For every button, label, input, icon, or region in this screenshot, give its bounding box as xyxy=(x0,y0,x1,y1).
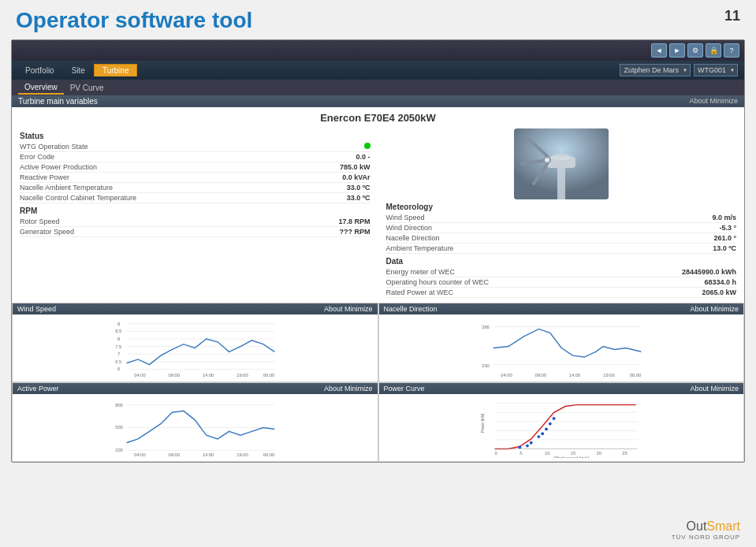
nacelle-direction-chart: Nacelle Direction About Minimize 266 230… xyxy=(378,303,745,382)
svg-point-61 xyxy=(545,428,548,431)
data-row-nacelle-temp: Nacelle Ambient Temperature 33.0 ºC xyxy=(20,183,371,193)
data-row-error: Error Code 0.0 - xyxy=(20,152,371,162)
turbine-data-columns: Status WTG Operation State Error Code 0.… xyxy=(20,128,736,298)
svg-text:6: 6 xyxy=(117,367,120,371)
svg-point-57 xyxy=(526,445,529,448)
forward-button[interactable]: ► xyxy=(669,43,685,58)
svg-text:00:00: 00:00 xyxy=(263,452,274,457)
nacelle-direction-title: Nacelle Direction xyxy=(384,305,438,313)
active-power-title: Active Power xyxy=(17,385,59,393)
status-dot xyxy=(364,143,371,149)
svg-text:0: 0 xyxy=(494,451,497,456)
turbine-left-col: Status WTG Operation State Error Code 0.… xyxy=(20,128,371,298)
active-power-chart-area: 800 500 200 04:00 09:00 14:00 19:00 00:0… xyxy=(13,394,378,461)
nacelle-direction-about[interactable]: About Minimize xyxy=(690,305,739,313)
section-title: Turbine main variables xyxy=(18,97,98,106)
svg-text:00:00: 00:00 xyxy=(629,373,640,378)
tuv-label: TÜV NORD GROUP xyxy=(672,534,740,541)
data-row-reactive: Reactive Power 0.0 kVAr xyxy=(20,173,371,183)
subnav-tab-overview[interactable]: Overview xyxy=(18,81,64,95)
svg-text:14:00: 14:00 xyxy=(568,373,579,378)
nav-tab-turbine[interactable]: Turbine xyxy=(94,64,138,76)
help-button[interactable]: ? xyxy=(724,43,739,58)
data-row-generator: Generator Speed ??? RPM xyxy=(20,227,371,237)
svg-text:20: 20 xyxy=(596,451,601,456)
svg-text:7.5: 7.5 xyxy=(115,344,121,349)
turbine-dropdown[interactable]: WTG001 xyxy=(694,64,738,76)
active-power-chart: Active Power About Minimize 800 500 200 … xyxy=(12,382,378,462)
svg-text:14:00: 14:00 xyxy=(203,373,214,378)
svg-text:14:00: 14:00 xyxy=(203,452,214,457)
svg-text:800: 800 xyxy=(115,403,123,407)
svg-text:00:00: 00:00 xyxy=(263,373,274,378)
data-row-wtg: WTG Operation State xyxy=(20,142,371,152)
power-curve-about[interactable]: About Minimize xyxy=(690,385,739,393)
svg-text:04:00: 04:00 xyxy=(134,373,145,378)
meteorology-section-title: Meteorology xyxy=(386,203,737,211)
svg-text:200: 200 xyxy=(115,448,123,452)
power-curve-chart-area: Power [kW] xyxy=(379,394,744,461)
software-window: ◄ ► ⚙ 🔒 ? Portfolio Site Turbine Zutphen… xyxy=(11,39,745,463)
data-row-rotor: Rotor Speed 17.8 RPM xyxy=(20,217,371,227)
data-row-active-power: Active Power Production 785.0 kW xyxy=(20,162,371,173)
svg-text:8: 8 xyxy=(117,337,120,341)
data-row-energy: Energy meter of WEC 28445990.0 kWh xyxy=(386,267,737,277)
nacelle-image xyxy=(514,128,609,199)
svg-text:6.5: 6.5 xyxy=(115,359,121,364)
power-curve-chart: Power Curve About Minimize Power [kW] xyxy=(378,382,745,462)
svg-text:09:00: 09:00 xyxy=(534,373,546,378)
svg-point-60 xyxy=(541,432,544,435)
svg-point-63 xyxy=(552,417,555,420)
data-row-rated-power: Rated Power at WEC 2065.0 kW xyxy=(386,288,737,298)
svg-text:5: 5 xyxy=(520,451,522,456)
nav-tab-portfolio[interactable]: Portfolio xyxy=(17,64,63,76)
turbine-panel: Enercon E70E4 2050kW Status WTG Operatio… xyxy=(12,107,744,303)
nacelle-direction-chart-header: Nacelle Direction About Minimize xyxy=(379,303,744,314)
wind-speed-chart: Wind Speed About Minimize 9 8.5 8 7.5 7 … xyxy=(12,303,378,382)
back-button[interactable]: ◄ xyxy=(651,43,667,58)
wind-speed-chart-area: 9 8.5 8 7.5 7 6.5 6 xyxy=(13,314,378,381)
sw-main: Turbine main variables About Minimize En… xyxy=(12,95,744,462)
data-row-op-hours: Operating hours counter of WEC 68334.0 h xyxy=(386,277,737,288)
svg-text:500: 500 xyxy=(115,425,123,430)
nacelle-direction-chart-area: 266 230 04:00 09:00 14:00 19:00 00:00 xyxy=(379,314,744,381)
active-power-chart-header: Active Power About Minimize xyxy=(13,383,378,394)
svg-text:19:00: 19:00 xyxy=(236,452,248,457)
lock-button[interactable]: 🔒 xyxy=(706,43,721,58)
wind-speed-about[interactable]: About Minimize xyxy=(324,305,373,313)
svg-point-56 xyxy=(518,446,521,449)
svg-text:9: 9 xyxy=(117,322,120,326)
sw-subnav: Overview PV Curve xyxy=(12,80,744,95)
svg-point-59 xyxy=(537,435,540,438)
sw-navbar: Portfolio Site Turbine Zutphen De Mars W… xyxy=(12,61,744,80)
nav-tab-site[interactable]: Site xyxy=(63,64,94,76)
svg-text:10: 10 xyxy=(545,451,549,456)
svg-text:19:00: 19:00 xyxy=(603,373,614,378)
data-row-wind-speed: Wind Speed 9.0 m/s xyxy=(386,213,737,223)
data-row-wind-dir: Wind Direction -5.3 ° xyxy=(386,223,737,233)
svg-point-9 xyxy=(545,158,549,162)
svg-point-8 xyxy=(550,154,572,160)
section-about[interactable]: About Minimize xyxy=(689,97,738,106)
wind-speed-title: Wind Speed xyxy=(17,305,56,313)
svg-text:266: 266 xyxy=(482,325,490,329)
rpm-section-title: RPM xyxy=(20,207,371,215)
page-title: Operator software tool xyxy=(16,8,252,33)
turbine-right-col: Meteorology Wind Speed 9.0 m/s Wind Dire… xyxy=(386,128,737,298)
active-power-about[interactable]: About Minimize xyxy=(324,385,373,393)
svg-text:09:00: 09:00 xyxy=(169,373,180,378)
data-row-ambient-temp: Ambient Temperature 13.0 ºC xyxy=(386,244,737,254)
svg-text:09:00: 09:00 xyxy=(169,452,180,457)
settings-button[interactable]: ⚙ xyxy=(687,43,703,58)
power-curve-chart-header: Power Curve About Minimize xyxy=(379,383,744,394)
wind-speed-chart-header: Wind Speed About Minimize xyxy=(13,303,378,314)
status-section-title: Status xyxy=(20,132,371,140)
location-dropdown[interactable]: Zutphen De Mars xyxy=(620,64,691,76)
subnav-tab-pvcurve[interactable]: PV Curve xyxy=(64,82,110,94)
svg-text:04:00: 04:00 xyxy=(501,373,512,378)
svg-text:Wind speed [m/s]: Wind speed [m/s] xyxy=(553,456,589,458)
page-header: Operator software tool 11 xyxy=(0,0,756,36)
sw-toolbar: ◄ ► ⚙ 🔒 ? xyxy=(12,40,744,61)
brand-out: Out xyxy=(687,519,707,533)
svg-text:Power [kW]: Power [kW] xyxy=(481,414,485,434)
